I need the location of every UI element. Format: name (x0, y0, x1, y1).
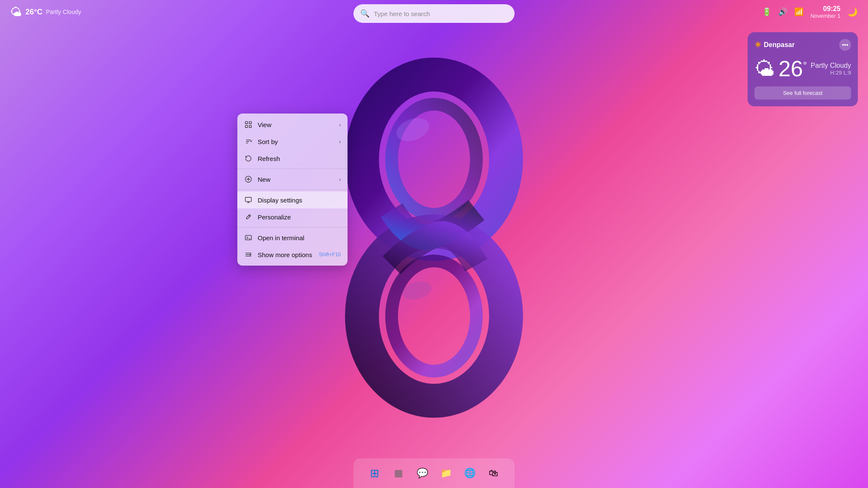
widget-right-info: Partly Cloudy H:29 L:9 (811, 62, 851, 76)
view-icon (244, 120, 253, 129)
new-icon (244, 175, 253, 183)
menu-item-personalize-label: Personalize (258, 214, 291, 221)
weather-widget: ☀ Denpasar ••• 🌤 26° Partly Cloudy H:29 … (748, 32, 858, 106)
weather-desc-top: Partly Cloudy (46, 8, 81, 15)
clock-time: 09:25 (810, 5, 840, 13)
menu-item-show-more-label: Show more options (258, 251, 312, 258)
svg-point-3 (392, 261, 476, 371)
widget-location-name: Denpasar (764, 41, 795, 49)
widget-temp-value: 26° (779, 56, 807, 81)
menu-item-personalize[interactable]: Personalize (237, 208, 348, 225)
menu-item-refresh-label: Refresh (258, 155, 280, 162)
search-icon: 🔍 (360, 9, 370, 18)
more-options-icon (244, 250, 253, 259)
divider-2 (237, 189, 348, 190)
weather-widget-icon: ☀ (754, 40, 761, 50)
taskbar-widgets-button[interactable]: ▦ (389, 464, 408, 482)
battery-icon[interactable]: 🔋 (762, 7, 771, 17)
menu-item-show-more[interactable]: Show more options Shift+F10 (237, 246, 348, 263)
widget-location: ☀ Denpasar (754, 40, 795, 50)
search-bar[interactable]: 🔍 Type here to search (353, 4, 515, 23)
divider-3 (237, 227, 348, 227)
menu-item-new-label: New (258, 176, 270, 183)
clock-date: November 1 (810, 13, 840, 19)
widget-more-button[interactable]: ••• (839, 39, 851, 51)
search-placeholder: Type here to search (374, 10, 430, 17)
svg-rect-13 (245, 197, 251, 202)
menu-item-view[interactable]: View › (237, 116, 348, 133)
show-more-shortcut: Shift+F10 (319, 252, 341, 258)
weather-top: 🌤 26°C Partly Cloudy (10, 5, 81, 19)
teams-icon: 💬 (417, 468, 428, 479)
svg-point-1 (392, 104, 476, 214)
menu-item-sort-label: Sort by (258, 138, 278, 145)
menu-item-display-settings[interactable]: Display settings (237, 191, 348, 208)
edge-icon: 🌐 (464, 468, 476, 479)
menu-item-view-label: View (258, 121, 271, 128)
menu-item-terminal-label: Open in terminal (258, 234, 304, 241)
widget-main: 🌤 26° Partly Cloudy H:29 L:9 (754, 56, 851, 81)
widget-header: ☀ Denpasar ••• (754, 39, 851, 51)
svg-rect-6 (245, 122, 248, 124)
new-arrow-icon: › (339, 176, 341, 183)
speaker-icon[interactable]: 🔊 (778, 7, 787, 17)
svg-rect-7 (249, 122, 251, 124)
terminal-icon (244, 233, 253, 242)
taskbar-store-button[interactable]: 🛍 (484, 464, 503, 482)
sort-icon (244, 137, 253, 146)
divider-1 (237, 169, 348, 169)
file-explorer-icon: 📁 (440, 468, 452, 479)
forecast-button[interactable]: See full forecast (754, 86, 851, 100)
clock: 09:25 November 1 (810, 5, 840, 19)
weather-icon-top: 🌤 (10, 5, 22, 19)
system-tray: 🔋 🔊 📶 09:25 November 1 🌙 (762, 5, 858, 19)
widget-hl: H:29 L:9 (811, 69, 851, 76)
widget-condition: Partly Cloudy (811, 62, 851, 69)
svg-rect-9 (249, 125, 251, 128)
menu-item-refresh[interactable]: Refresh (237, 150, 348, 167)
personalize-icon (244, 213, 253, 221)
taskbar-start-button[interactable]: ⊞ (365, 464, 384, 482)
refresh-icon (244, 154, 253, 163)
widgets-icon: ▦ (394, 468, 403, 479)
menu-item-terminal[interactable]: Open in terminal (237, 229, 348, 246)
svg-rect-17 (245, 236, 251, 240)
menu-item-sort-by[interactable]: Sort by › (237, 133, 348, 150)
taskbar-explorer-button[interactable]: 📁 (437, 464, 455, 482)
menu-item-display-label: Display settings (258, 197, 302, 204)
store-icon: 🛍 (489, 468, 498, 479)
taskbar-edge-button[interactable]: 🌐 (460, 464, 479, 482)
svg-line-16 (249, 215, 250, 216)
taskbar-teams-button[interactable]: 💬 (413, 464, 431, 482)
wifi-icon[interactable]: 📶 (794, 7, 804, 17)
sort-arrow-icon: › (339, 139, 341, 145)
context-menu: View › Sort by › (237, 114, 348, 266)
widget-weather-condition-icon: 🌤 (754, 57, 775, 80)
taskbar: ⊞ ▦ 💬 📁 🌐 🛍 (353, 458, 515, 488)
display-icon (244, 196, 253, 204)
menu-item-new[interactable]: New › (237, 171, 348, 188)
topbar: 🌤 26°C Partly Cloudy 🔍 Type here to sear… (0, 0, 868, 24)
desktop: 🌤 26°C Partly Cloudy 🔍 Type here to sear… (0, 0, 868, 488)
start-icon: ⊞ (370, 467, 379, 480)
moon-icon[interactable]: 🌙 (847, 7, 858, 17)
widget-temperature: 26° (779, 56, 807, 81)
view-arrow-icon: › (339, 122, 341, 128)
widget-more-icon: ••• (842, 42, 849, 48)
svg-rect-8 (245, 125, 248, 128)
weather-temp-top: 26°C (25, 8, 42, 17)
